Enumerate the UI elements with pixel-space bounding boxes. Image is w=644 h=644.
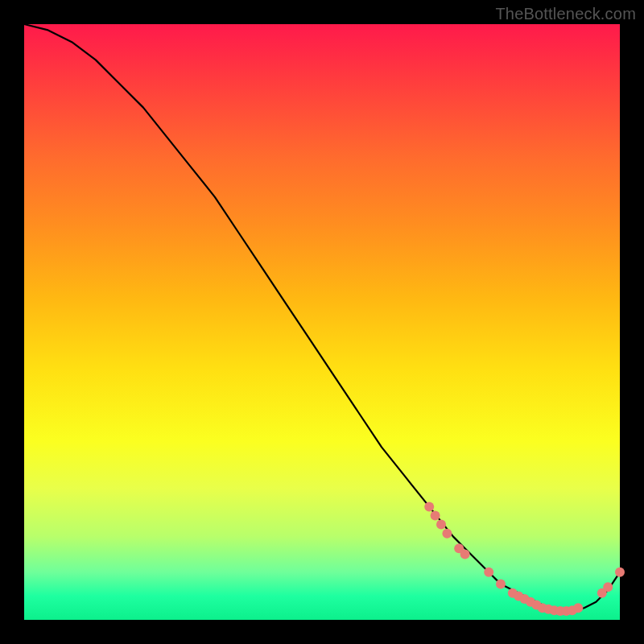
plot-area <box>24 24 620 620</box>
chart-svg <box>24 24 620 620</box>
marker-dot <box>615 568 625 577</box>
curve-path <box>24 24 620 611</box>
watermark-text: TheBottleneck.com <box>495 5 636 23</box>
marker-dot <box>431 511 440 521</box>
marker-dot <box>442 529 452 539</box>
marker-dot <box>573 603 583 613</box>
marker-dot <box>496 580 506 589</box>
marker-dot <box>424 502 434 511</box>
marker-dot <box>484 568 493 577</box>
chart-frame: TheBottleneck.com <box>0 0 644 644</box>
marker-dot <box>436 520 446 530</box>
marker-dot <box>603 582 613 592</box>
marker-dot <box>460 550 470 559</box>
